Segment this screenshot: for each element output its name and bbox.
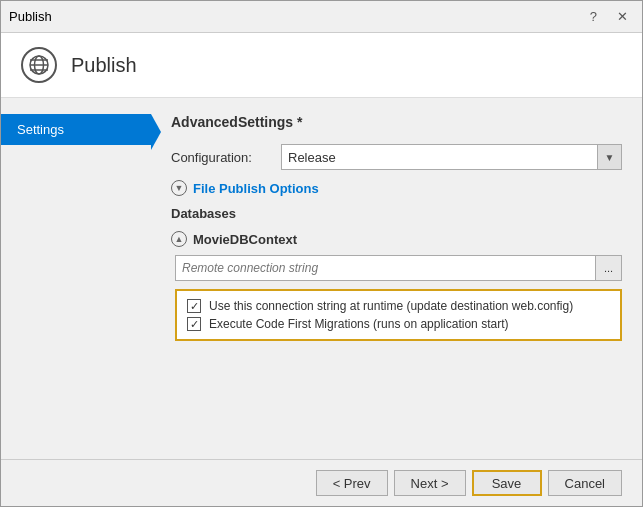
- db-connection-input[interactable]: [175, 255, 596, 281]
- dialog-footer: < Prev Next > Save Cancel: [1, 459, 642, 506]
- db-connection-row: ...: [171, 255, 622, 281]
- collapse-icon: ▼: [171, 180, 187, 196]
- db-browse-button[interactable]: ...: [596, 255, 622, 281]
- config-dropdown-arrow: ▼: [598, 144, 622, 170]
- databases-title: Databases: [171, 206, 622, 221]
- checkboxes-group: Use this connection string at runtime (u…: [175, 289, 622, 341]
- config-row: Configuration: Release ▼: [171, 144, 622, 170]
- globe-icon: [21, 47, 57, 83]
- dialog-title: Publish: [71, 54, 137, 77]
- close-button[interactable]: ✕: [611, 7, 634, 26]
- sidebar: Settings: [1, 98, 151, 459]
- section-title: AdvancedSettings *: [171, 114, 622, 130]
- config-dropdown[interactable]: Release: [281, 144, 598, 170]
- config-label: Configuration:: [171, 150, 281, 165]
- sidebar-item-settings-label: Settings: [17, 122, 64, 137]
- cancel-button[interactable]: Cancel: [548, 470, 622, 496]
- checkbox-row-1: Use this connection string at runtime (u…: [187, 299, 610, 313]
- dialog-header: Publish: [1, 33, 642, 98]
- title-bar-controls: ? ✕: [584, 7, 634, 26]
- db-section-movie: ▲ MovieDBContext ... Use this connection…: [171, 231, 622, 341]
- sidebar-item-settings[interactable]: Settings: [1, 114, 151, 145]
- file-publish-options-label: File Publish Options: [193, 181, 319, 196]
- db-name: MovieDBContext: [193, 232, 297, 247]
- checkbox-runtime[interactable]: [187, 299, 201, 313]
- title-bar: Publish ? ✕: [1, 1, 642, 33]
- content-area: AdvancedSettings * Configuration: Releas…: [151, 98, 642, 459]
- title-bar-left: Publish: [9, 9, 52, 24]
- db-header: ▲ MovieDBContext: [171, 231, 622, 247]
- next-button[interactable]: Next >: [394, 470, 466, 496]
- save-button[interactable]: Save: [472, 470, 542, 496]
- file-publish-options-header[interactable]: ▼ File Publish Options: [171, 180, 622, 196]
- db-collapse-icon[interactable]: ▲: [171, 231, 187, 247]
- publish-dialog: Publish ? ✕ Publish Settings: [0, 0, 643, 507]
- help-button[interactable]: ?: [584, 7, 603, 26]
- config-control: Release ▼: [281, 144, 622, 170]
- checkbox-migrations[interactable]: [187, 317, 201, 331]
- checkbox-runtime-label: Use this connection string at runtime (u…: [209, 299, 573, 313]
- prev-button[interactable]: < Prev: [316, 470, 388, 496]
- dialog-body: Settings AdvancedSettings * Configuratio…: [1, 98, 642, 459]
- checkbox-row-2: Execute Code First Migrations (runs on a…: [187, 317, 610, 331]
- checkbox-migrations-label: Execute Code First Migrations (runs on a…: [209, 317, 508, 331]
- title-bar-title: Publish: [9, 9, 52, 24]
- databases-section: Databases ▲ MovieDBContext ...: [171, 206, 622, 341]
